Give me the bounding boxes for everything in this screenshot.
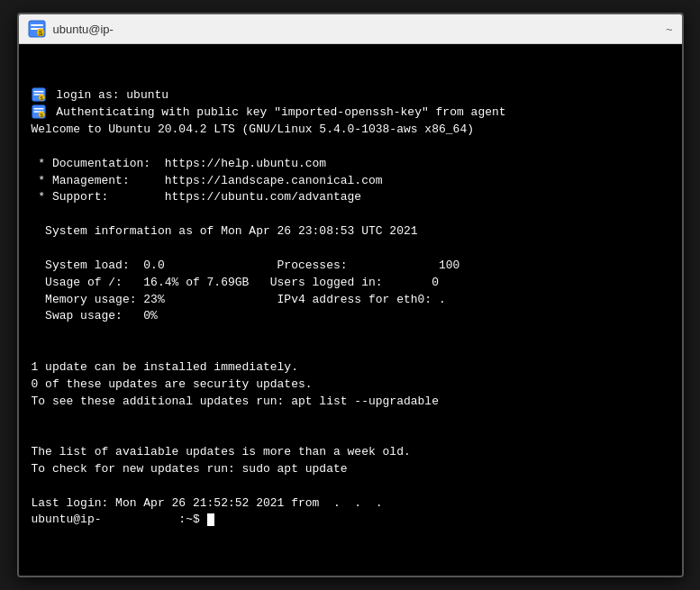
icon-terminal-line: S Authenticating with public key "import… <box>32 104 669 122</box>
blank-line <box>32 410 669 427</box>
terminal-line: Memory usage: 23% IPv4 address for eth0:… <box>32 292 669 309</box>
terminal-line: Usage of /: 16.4% of 7.69GB Users logged… <box>32 275 669 292</box>
terminal-line: 0 of these updates are security updates. <box>32 377 669 394</box>
blank-line <box>32 427 669 444</box>
terminal-line: The list of available updates is more th… <box>32 444 669 461</box>
terminal-line: Last login: Mon Apr 26 21:52:52 2021 fro… <box>32 495 669 513</box>
terminal-line: 1 update can be installed immediately. <box>32 359 669 377</box>
icon-terminal-line: S login as: ubuntu <box>32 87 669 104</box>
terminal-line: To check for new updates run: sudo apt u… <box>32 461 669 478</box>
terminal-line: * Management: https://landscape.canonica… <box>32 173 669 190</box>
terminal-line: To see these additional updates run: apt… <box>32 394 669 411</box>
terminal-text: login as: ubuntu <box>50 87 169 104</box>
blank-line <box>32 478 669 495</box>
title-bar-icon: S <box>28 20 46 38</box>
terminal-text: Authenticating with public key "imported… <box>50 104 506 122</box>
terminal-line: Welcome to Ubuntu 20.04.2 LTS (GNU/Linux… <box>32 122 669 139</box>
prompt-line[interactable]: ubuntu@ip- :~$ <box>32 512 669 529</box>
blank-line <box>32 342 669 359</box>
svg-rect-7 <box>33 91 43 93</box>
terminal-line: * Support: https://ubuntu.com/advantage <box>32 189 669 206</box>
terminal-line: * Documentation: https://help.ubuntu.com <box>32 156 669 173</box>
terminal-line: System load: 0.0 Processes: 100 <box>32 258 669 275</box>
svg-text:S: S <box>38 30 42 36</box>
blank-line <box>32 241 669 258</box>
blank-line <box>32 325 669 342</box>
cursor <box>207 513 214 526</box>
title-bar: S ubuntu@ip- ~ <box>19 14 682 44</box>
terminal-line: System information as of Mon Apr 26 23:0… <box>32 223 669 241</box>
terminal-window: S ubuntu@ip- ~ S login as: ubuntu S Auth… <box>17 13 684 577</box>
blank-line <box>32 206 669 223</box>
title-bar-title: ubuntu@ip- <box>53 23 659 36</box>
svg-rect-2 <box>31 24 43 26</box>
svg-rect-12 <box>33 108 43 110</box>
blank-line <box>32 139 669 156</box>
terminal-body[interactable]: S login as: ubuntu S Authenticating with… <box>19 44 682 576</box>
title-bar-tilde: ~ <box>666 23 673 36</box>
terminal-line: Swap usage: 0% <box>32 308 669 325</box>
